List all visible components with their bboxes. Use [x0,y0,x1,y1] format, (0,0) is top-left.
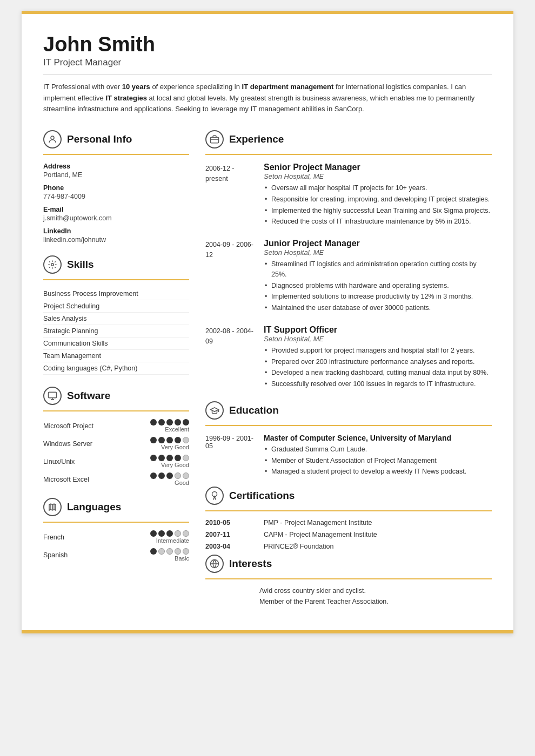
exp-bullet: Implemented the highly successful Lean T… [264,206,492,216]
software-name: Microsoft Project [43,422,103,430]
skill-item: Communication Skills [43,338,189,350]
exp-bullet: Provided support for project managers an… [264,346,492,356]
skills-header: Skills [43,255,189,274]
dot-filled [150,548,157,555]
experience-entry: 2006-12 - presentSenior Project ManagerS… [205,163,492,228]
exp-date: 2004-09 - 2006-12 [205,239,254,314]
cert-name: PMP - Project Management Institute [264,519,372,526]
phone-field: Phone 774-987-4009 [43,184,189,200]
exp-bullet: Prepared over 200 infrastructure perform… [264,357,492,367]
interest-item: Avid cross country skier and cyclist. [205,587,492,595]
interests-header: Interests [205,555,492,573]
exp-job-title: IT Support Officer [264,325,492,335]
exp-company: Seton Hospital, ME [264,172,492,180]
software-name: Linux/Unix [43,458,103,465]
svg-point-1 [51,264,54,266]
dot-filled [158,437,165,443]
experience-section: Experience 2006-12 - presentSenior Proje… [205,130,492,390]
interests-title: Interests [229,558,272,570]
dot-empty [175,530,181,537]
edu-bullet: Member of Student Association of Project… [264,456,466,466]
skills-list: Business Process ImprovementProject Sche… [43,288,189,375]
dot-filled [158,473,165,479]
languages-header: Languages [43,498,189,516]
dot-filled [150,437,157,443]
exp-content: IT Support OfficerSeton Hospital, MEProv… [264,325,492,390]
software-item: Windows ServerVery Good [43,437,189,450]
interest-item: Member of the Parent Teacher Association… [205,598,492,605]
education-list: 1996-09 - 2001-05Master of Computer Scie… [205,434,492,478]
skill-item: Coding languages (C#, Python) [43,362,189,375]
cert-date: 2003-04 [205,543,254,550]
software-header: Software [43,387,189,405]
software-name: Spanish [43,551,103,559]
dot-filled [175,437,181,443]
education-icon [205,401,224,420]
dot-filled [166,419,173,426]
dot-empty [166,548,173,555]
education-title: Education [229,404,279,416]
dot-empty [175,473,181,479]
address-field: Address Portland, ME [43,163,189,179]
right-column: Experience 2006-12 - presentSenior Proje… [205,128,492,609]
languages-icon [43,498,62,516]
exp-content: Junior Project ManagerSeton Hospital, ME… [264,239,492,314]
software-rating: Very Good [150,437,189,450]
experience-entry: 2002-08 - 2004-09IT Support OfficerSeton… [205,325,492,390]
email-field: E-mail j.smith@uptowork.com [43,206,189,222]
software-item: Microsoft ProjectExcellent [43,419,189,433]
languages-section: Languages FrenchIntermediateSpanishBasic [43,498,189,562]
rating-label: Intermediate [156,537,189,544]
left-column: Personal Info Address Portland, ME Phone… [43,128,189,609]
edu-bullet: Managed a student project to develop a w… [264,467,466,477]
software-icon [43,387,62,405]
resume-document: John Smith IT Project Manager IT Profess… [22,11,513,633]
dot-empty [183,530,189,537]
exp-job-title: Junior Project Manager [264,239,492,248]
rating-label: Very Good [161,444,189,450]
edu-degree: Master of Computer Science, University o… [264,434,466,442]
interests-section: Interests Avid cross country skier and c… [205,555,492,605]
certifications-title: Certifications [229,490,295,502]
personal-info-title: Personal Info [67,133,132,145]
exp-bullet: Developed a new tracking dashboard, cutt… [264,368,492,378]
software-rating: Intermediate [150,530,189,544]
software-item: FrenchIntermediate [43,530,189,544]
skill-item: Project Scheduling [43,300,189,313]
cert-date: 2010-05 [205,519,254,526]
dot-filled [166,473,173,479]
experience-list: 2006-12 - presentSenior Project ManagerS… [205,163,492,390]
languages-title: Languages [67,501,121,513]
dot-filled [166,530,173,537]
dot-empty [183,548,189,555]
exp-content: Senior Project ManagerSeton Hospital, ME… [264,163,492,228]
exp-company: Seton Hospital, ME [264,335,492,343]
person-icon [43,130,62,148]
dot-filled [158,530,165,537]
dot-filled [158,455,165,461]
personal-info-header: Personal Info [43,130,189,148]
software-rating: Basic [150,548,189,562]
languages-list: FrenchIntermediateSpanishBasic [43,530,189,562]
linkedin-field: LinkedIn linkedin.com/johnutw [43,227,189,244]
svg-rect-3 [211,137,219,143]
dot-filled [150,473,157,479]
software-title: Software [67,390,110,402]
dot-filled [175,455,181,461]
dot-filled [150,419,157,426]
edu-content: Master of Computer Science, University o… [264,434,466,478]
candidate-title: IT Project Manager [43,57,492,68]
dot-filled [166,455,173,461]
personal-info-section: Personal Info Address Portland, ME Phone… [43,130,189,244]
experience-title: Experience [229,133,284,145]
exp-bullet: Reduced the costs of IT infrastructure m… [264,217,492,227]
skill-item: Strategic Planning [43,325,189,338]
skills-title: Skills [67,259,94,271]
certifications-header: Certifications [205,487,492,505]
education-entry: 1996-09 - 2001-05Master of Computer Scie… [205,434,492,478]
header-summary: IT Professional with over 10 years of ex… [43,82,492,115]
dot-empty [175,548,181,555]
exp-company: Seton Hospital, ME [264,248,492,256]
exp-bullet: Oversaw all major hospital IT projects f… [264,183,492,193]
candidate-name: John Smith [43,33,492,56]
